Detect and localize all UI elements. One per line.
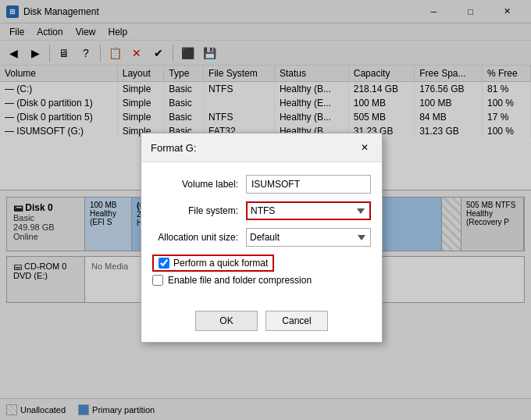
- quick-format-checkbox[interactable]: [159, 258, 169, 269]
- modal-title-bar: Format G: ✕: [141, 133, 382, 162]
- volume-label-text: Volume label:: [152, 179, 246, 190]
- compress-checkbox[interactable]: [152, 275, 163, 286]
- file-system-row: File system: NTFS FAT32 exFAT: [152, 201, 371, 220]
- allocation-select[interactable]: Default: [246, 228, 371, 247]
- file-system-select[interactable]: NTFS FAT32 exFAT: [246, 201, 371, 220]
- quick-format-label[interactable]: Perform a quick format: [173, 258, 268, 269]
- compress-label[interactable]: Enable file and folder compression: [168, 275, 312, 286]
- allocation-row: Allocation unit size: Default: [152, 228, 371, 247]
- checkboxes-area: Perform a quick format Enable file and f…: [152, 254, 371, 286]
- allocation-label: Allocation unit size:: [152, 232, 246, 243]
- cancel-button[interactable]: Cancel: [266, 311, 328, 331]
- volume-label-input[interactable]: [246, 175, 371, 194]
- volume-label-control: [246, 175, 371, 194]
- file-system-label: File system:: [152, 205, 246, 216]
- format-dialog: Format G: ✕ Volume label: File system: N…: [141, 133, 383, 343]
- modal-footer: OK Cancel: [141, 303, 382, 342]
- modal-title: Format G:: [151, 142, 197, 154]
- modal-overlay: Format G: ✕ Volume label: File system: N…: [0, 0, 531, 420]
- modal-close-button[interactable]: ✕: [357, 140, 372, 155]
- modal-body: Volume label: File system: NTFS FAT32 ex…: [141, 162, 382, 303]
- compression-row: Enable file and folder compression: [152, 275, 371, 286]
- ok-button[interactable]: OK: [195, 311, 258, 331]
- quick-format-wrapper: Perform a quick format: [152, 254, 274, 272]
- allocation-control: Default: [246, 228, 371, 247]
- volume-label-row: Volume label:: [152, 175, 371, 194]
- file-system-control: NTFS FAT32 exFAT: [246, 201, 371, 220]
